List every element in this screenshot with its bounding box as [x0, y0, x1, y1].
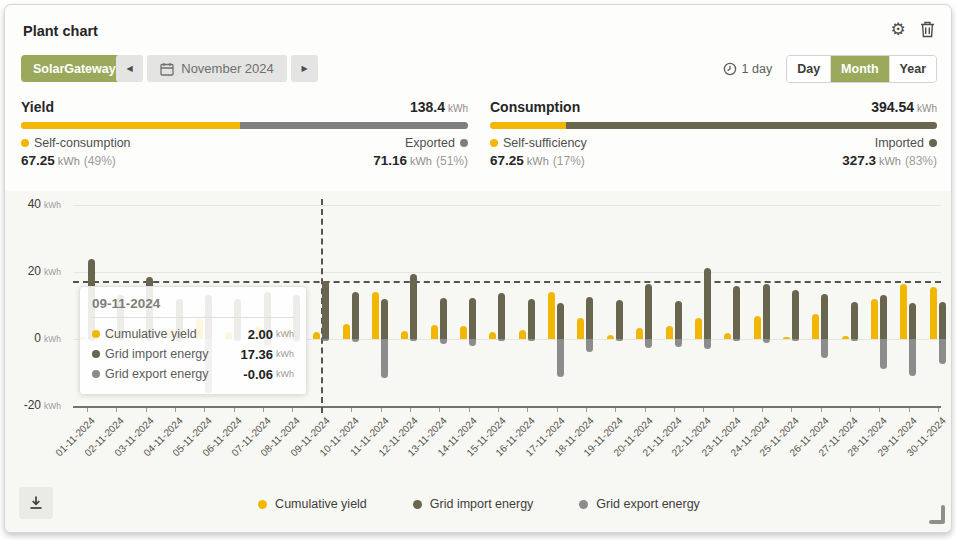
- cumulative-yield-bar[interactable]: [636, 328, 643, 339]
- x-axis-label: 01-11-2024: [42, 415, 96, 469]
- grid-import-bar[interactable]: [440, 298, 447, 339]
- legend-item[interactable]: Grid export energy: [579, 497, 700, 511]
- cumulative-yield-bar[interactable]: [313, 332, 320, 339]
- grid-export-bar[interactable]: [410, 339, 417, 341]
- grid-import-bar[interactable]: [675, 301, 682, 339]
- cumulative-yield-bar[interactable]: [930, 287, 937, 339]
- grid-export-bar[interactable]: [909, 339, 916, 376]
- yield-total-unit: kWh: [448, 103, 468, 114]
- date-label: November 2024: [181, 61, 274, 76]
- cumulative-yield-bar[interactable]: [783, 337, 790, 339]
- legend-dot: [579, 500, 588, 509]
- grid-export-bar[interactable]: [528, 339, 535, 341]
- month-view-button[interactable]: Month: [830, 56, 888, 82]
- cumulative-yield-bar[interactable]: [548, 292, 555, 339]
- grid-import-bar[interactable]: [939, 302, 946, 339]
- grid-import-bar[interactable]: [586, 297, 593, 339]
- grid-import-bar[interactable]: [909, 303, 916, 339]
- grid-export-bar[interactable]: [792, 339, 799, 341]
- imported-label: Imported: [875, 136, 924, 150]
- delete-button[interactable]: [917, 19, 937, 39]
- grid-import-bar[interactable]: [557, 303, 564, 339]
- cumulative-yield-bar[interactable]: [372, 292, 379, 339]
- cumulative-yield-bar[interactable]: [900, 284, 907, 339]
- cumulative-yield-bar[interactable]: [460, 326, 467, 339]
- gateway-button[interactable]: SolarGateway: [21, 55, 128, 82]
- year-view-button[interactable]: Year: [889, 56, 936, 82]
- grid-export-bar[interactable]: [645, 339, 652, 348]
- cumulative-yield-bar[interactable]: [607, 335, 614, 339]
- grid-export-bar[interactable]: [821, 339, 828, 358]
- self-consumption-value: 67.25: [21, 153, 55, 168]
- grid-export-bar[interactable]: [675, 339, 682, 347]
- settings-button[interactable]: ⚙: [888, 19, 908, 39]
- x-axis-tick: [615, 408, 616, 412]
- grid-export-bar[interactable]: [763, 339, 770, 343]
- horizontal-scrollbar-thumb[interactable]: [929, 520, 945, 524]
- x-axis-tick: [87, 408, 88, 412]
- cumulative-yield-bar[interactable]: [577, 318, 584, 339]
- grid-import-bar[interactable]: [851, 302, 858, 339]
- x-axis-tick: [733, 408, 734, 412]
- cumulative-yield-bar[interactable]: [666, 326, 673, 339]
- x-axis-tick: [146, 408, 147, 412]
- cumulative-yield-bar[interactable]: [401, 331, 408, 339]
- grid-import-bar[interactable]: [616, 300, 623, 339]
- grid-export-bar[interactable]: [381, 339, 388, 378]
- grid-import-bar[interactable]: [880, 295, 887, 339]
- grid-export-bar[interactable]: [704, 339, 711, 349]
- grid-export-bar[interactable]: [352, 339, 359, 342]
- grid-export-bar[interactable]: [440, 339, 447, 344]
- grid-import-bar[interactable]: [381, 299, 388, 339]
- tooltip-import-label: Grid import energy: [105, 347, 240, 361]
- legend-label: Grid export energy: [596, 497, 700, 511]
- consumption-total-value: 394.54: [871, 99, 914, 115]
- tooltip-export-value: -0.06: [243, 367, 273, 382]
- prev-month-button[interactable]: ◀: [116, 55, 143, 82]
- grid-import-bar[interactable]: [763, 284, 770, 339]
- grid-import-bar[interactable]: [469, 298, 476, 339]
- grid-import-bar[interactable]: [733, 286, 740, 339]
- cumulative-yield-bar[interactable]: [519, 330, 526, 339]
- cumulative-yield-bar[interactable]: [695, 318, 702, 339]
- x-axis-tick: [909, 408, 910, 412]
- grid-export-bar[interactable]: [586, 339, 593, 352]
- cumulative-yield-bar[interactable]: [871, 299, 878, 339]
- grid-export-bar[interactable]: [733, 339, 740, 341]
- grid-export-bar[interactable]: [322, 339, 329, 341]
- grid-export-bar[interactable]: [851, 339, 858, 341]
- cumulative-yield-bar[interactable]: [724, 333, 731, 339]
- cumulative-yield-bar[interactable]: [842, 336, 849, 339]
- grid-export-bar[interactable]: [616, 339, 623, 341]
- grid-export-bar[interactable]: [880, 339, 887, 369]
- grid-import-bar[interactable]: [792, 290, 799, 339]
- cumulative-yield-bar[interactable]: [754, 316, 761, 339]
- x-axis-tick: [498, 408, 499, 412]
- grid-import-bar[interactable]: [704, 268, 711, 339]
- grid-export-bar[interactable]: [469, 339, 476, 346]
- grid-import-bar[interactable]: [352, 292, 359, 339]
- grid-import-bar[interactable]: [528, 299, 535, 339]
- grid-import-bar[interactable]: [645, 284, 652, 339]
- grid-import-bar[interactable]: [821, 294, 828, 339]
- grid-import-bar[interactable]: [322, 281, 329, 339]
- cumulative-yield-bar[interactable]: [489, 332, 496, 339]
- grid-export-bar[interactable]: [939, 339, 946, 364]
- chart-area[interactable]: 40kWh20kWh0kWh-20kWh 01-11-202402-11-202…: [5, 191, 952, 533]
- grid-export-bar[interactable]: [557, 339, 564, 377]
- yield-title: Yield: [21, 99, 54, 115]
- self-sufficiency-label: Self-sufficiency: [503, 136, 587, 150]
- grid-import-bar[interactable]: [410, 274, 417, 339]
- day-view-button[interactable]: Day: [787, 56, 830, 82]
- cumulative-yield-bar[interactable]: [343, 324, 350, 339]
- cumulative-yield-bar[interactable]: [812, 314, 819, 339]
- grid-import-bar[interactable]: [498, 293, 505, 339]
- x-axis-tick: [351, 408, 352, 412]
- legend-item[interactable]: Cumulative yield: [258, 497, 367, 511]
- page-title: Plant chart: [23, 23, 98, 39]
- cumulative-yield-bar[interactable]: [431, 325, 438, 339]
- grid-export-bar[interactable]: [498, 339, 505, 341]
- date-picker-button[interactable]: November 2024: [147, 55, 287, 82]
- legend-item[interactable]: Grid import energy: [413, 497, 534, 511]
- next-month-button[interactable]: ▶: [291, 55, 318, 82]
